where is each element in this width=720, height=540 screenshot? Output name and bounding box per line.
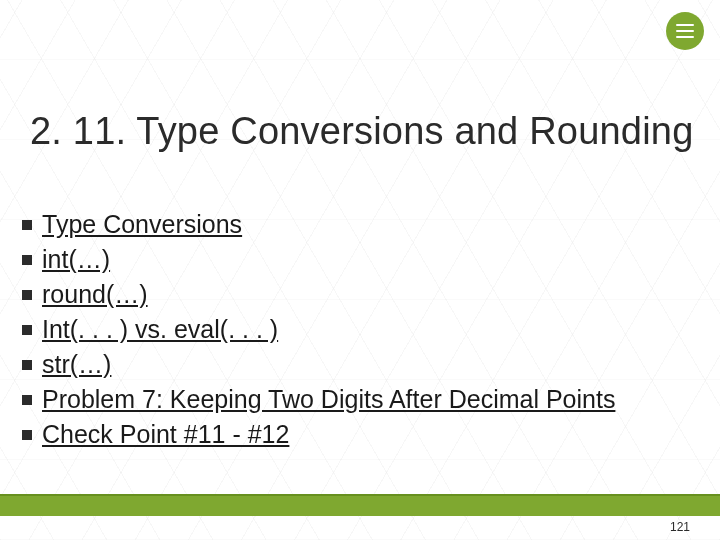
list-item-label: Int(. . . ) vs. eval(. . . ) (42, 315, 278, 344)
list-item-label: Type Conversions (42, 210, 242, 239)
page-number: 121 (670, 520, 690, 534)
list-item[interactable]: Int(. . . ) vs. eval(. . . ) (22, 315, 700, 344)
list-item-label: round(…) (42, 280, 148, 309)
list-item[interactable]: int(…) (22, 245, 700, 274)
hamburger-icon (676, 30, 694, 33)
list-item[interactable]: round(…) (22, 280, 700, 309)
list-item[interactable]: Type Conversions (22, 210, 700, 239)
square-bullet-icon (22, 360, 32, 370)
square-bullet-icon (22, 290, 32, 300)
list-item-label: Problem 7: Keeping Two Digits After Deci… (42, 385, 615, 414)
bullet-list: Type Conversions int(…) round(…) Int(. .… (22, 210, 700, 455)
square-bullet-icon (22, 220, 32, 230)
list-item-label: Check Point #11 - #12 (42, 420, 289, 449)
list-item[interactable]: Check Point #11 - #12 (22, 420, 700, 449)
square-bullet-icon (22, 325, 32, 335)
menu-button[interactable] (666, 12, 704, 50)
slide-content: 2. 11. Type Conversions and Rounding Typ… (0, 0, 720, 540)
square-bullet-icon (22, 430, 32, 440)
list-item[interactable]: Problem 7: Keeping Two Digits After Deci… (22, 385, 700, 414)
list-item-label: str(…) (42, 350, 111, 379)
list-item-label: int(…) (42, 245, 110, 274)
footer-accent-bar (0, 494, 720, 516)
square-bullet-icon (22, 255, 32, 265)
slide-title: 2. 11. Type Conversions and Rounding (30, 110, 694, 153)
list-item[interactable]: str(…) (22, 350, 700, 379)
square-bullet-icon (22, 395, 32, 405)
